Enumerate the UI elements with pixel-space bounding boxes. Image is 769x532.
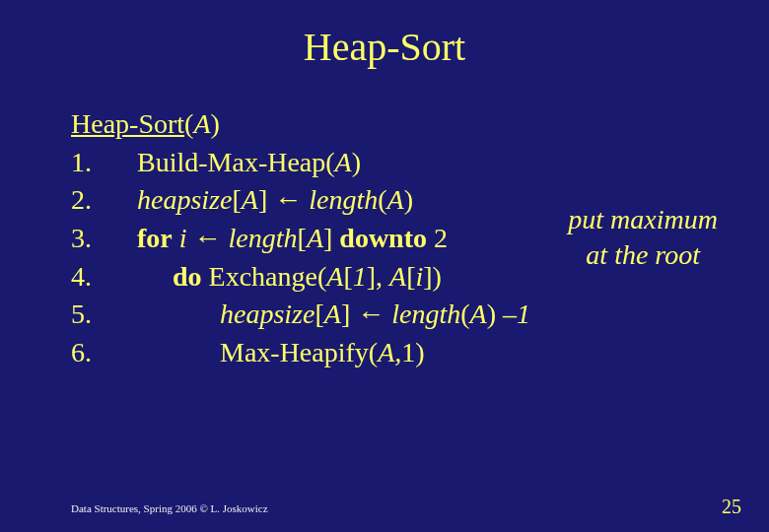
arrow-icon: ←	[357, 299, 384, 329]
kw: heapsize	[220, 299, 315, 329]
text: ]	[341, 299, 357, 329]
text: ])	[423, 261, 442, 292]
kw: length	[302, 184, 378, 215]
text: 2	[427, 223, 448, 253]
kw: length	[222, 223, 298, 253]
text: ],	[367, 261, 389, 292]
arg: A	[389, 261, 406, 292]
line-num: 4.	[71, 261, 92, 292]
text: Exchange(	[209, 261, 327, 292]
text: ]	[323, 223, 339, 253]
arg: A	[470, 299, 487, 329]
line-num: 1.	[71, 147, 92, 177]
text: i	[173, 223, 194, 253]
line-num: 6.	[71, 337, 92, 367]
text: )	[404, 184, 413, 215]
text: Build-Max-Heap(	[137, 147, 335, 177]
text: [	[343, 261, 352, 292]
line-num: 2.	[71, 184, 92, 215]
text: ]	[258, 184, 274, 215]
algo-line-6: 6.Max-Heapify(A,1)	[71, 334, 730, 372]
arg: A	[307, 223, 323, 253]
arg: A	[335, 147, 352, 177]
text: )	[487, 299, 503, 329]
slide-title: Heap-Sort	[0, 0, 769, 80]
text: )	[352, 147, 361, 177]
kw: do	[173, 261, 209, 292]
text: (	[460, 299, 469, 329]
page-number: 25	[722, 496, 741, 518]
algo-header: Heap-Sort(A)	[71, 105, 730, 144]
text: 1)	[401, 337, 424, 367]
text: (	[378, 184, 386, 215]
arg: A	[242, 184, 258, 215]
algo-arg: A	[193, 108, 210, 139]
algo-name: Heap-Sort	[71, 108, 184, 139]
annotation-line2: at the root	[568, 237, 718, 273]
text: Max-Heapify(	[220, 337, 378, 367]
paren-close: )	[211, 108, 220, 139]
annotation-line1: put maximum	[568, 202, 718, 237]
arrow-icon: ←	[194, 223, 222, 253]
annotation: put maximum at the root	[568, 202, 718, 274]
line-num: 5.	[71, 299, 92, 329]
idx: 1	[353, 261, 367, 292]
arg: A	[387, 184, 404, 215]
algo-line-1: 1.Build-Max-Heap(A)	[71, 144, 730, 182]
line-num: 3.	[71, 223, 92, 253]
slide: Heap-Sort Heap-Sort(A) 1.Build-Max-Heap(…	[0, 0, 769, 532]
paren-open: (	[184, 108, 193, 139]
text: [	[298, 223, 307, 253]
num: 1	[517, 299, 530, 329]
minus: –	[503, 299, 517, 329]
text: [	[232, 184, 241, 215]
kw: heapsize	[137, 184, 232, 215]
footer-credit: Data Structures, Spring 2006 © L. Joskow…	[71, 502, 268, 514]
text: [	[315, 299, 323, 329]
arg: A,	[378, 337, 401, 367]
algo-line-5: 5.heapsize[A] ← length(A) –1	[71, 296, 730, 334]
arrow-icon: ←	[274, 184, 302, 215]
kw: downto	[339, 223, 427, 253]
arg: A	[326, 261, 343, 292]
kw: for	[137, 223, 173, 253]
kw: length	[384, 299, 460, 329]
arg: A	[324, 299, 341, 329]
slide-body: Heap-Sort(A) 1.Build-Max-Heap(A) 2.heaps…	[0, 80, 769, 371]
text: [	[406, 261, 415, 292]
